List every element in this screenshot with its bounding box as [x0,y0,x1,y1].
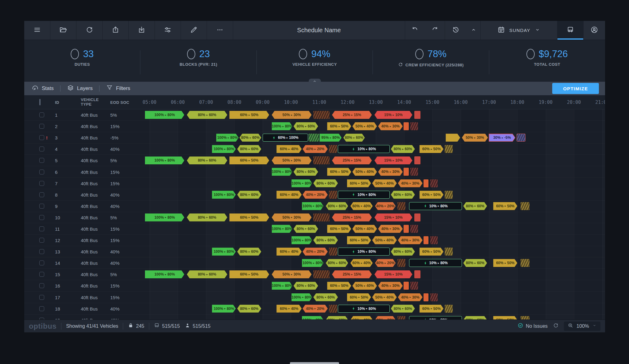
idle-hatch-bar[interactable] [329,248,337,256]
trip-bar[interactable]: 50%▸30% [462,134,488,142]
row-checkbox[interactable] [39,135,44,140]
trip-bar[interactable]: 40%▸30% [398,179,423,187]
gap-block[interactable] [424,293,429,301]
import-button[interactable] [129,21,155,40]
row-checkbox[interactable] [39,112,44,117]
trip-bar[interactable]: 100%▸80% [216,134,239,142]
negative-soc-bar[interactable]: 30%▸-5% [489,134,515,142]
trip-bar[interactable]: 50%▸30% [272,270,312,278]
idle-hatch-bar[interactable] [521,316,529,319]
trip-bar[interactable]: 80%▸60% [237,248,261,256]
row-checkbox[interactable] [39,192,44,197]
stats-panel-button[interactable]: Stats [32,84,54,93]
trip-bar[interactable]: 60%▸50% [229,156,269,164]
trip-bar[interactable]: 60%▸40% [276,145,302,153]
trip-bar[interactable]: 60%▸50% [493,202,517,210]
trip-bar[interactable]: 80%▸60% [391,248,415,256]
idle-hatch-bar[interactable] [517,134,525,142]
row-checkbox[interactable] [39,318,44,319]
trip-bar[interactable]: 50%▸30% [272,111,312,119]
idle-hatch-bar[interactable] [329,145,337,153]
idle-hatch-bar[interactable] [329,305,337,313]
trip-bar[interactable]: 60%▸40% [350,202,373,210]
open-schedule-button[interactable] [50,21,76,40]
trip-bar[interactable]: 80%▸60% [391,191,415,199]
trip-bar[interactable]: 40%▸20% [375,316,396,319]
trip-bar[interactable]: 80%▸60% [237,305,261,313]
trip-bar[interactable]: 100%▸80% [291,179,312,187]
trip-bar[interactable]: 40%▸20% [375,202,396,210]
idle-hatch-bar[interactable] [397,202,406,210]
trip-bar[interactable]: 80%▸60% [187,270,227,278]
trip-bar[interactable]: 40%▸20% [303,145,328,153]
trip-bar[interactable]: 60%▸40% [350,316,373,319]
trip-bar[interactable]: 25%▸15% [332,270,372,278]
trip-bar[interactable]: 60%▸50% [347,236,371,244]
idle-hatch-bar[interactable] [397,316,406,319]
gap-block[interactable] [414,111,420,119]
row-checkbox[interactable] [39,147,44,151]
trip-bar[interactable]: 60%▸50% [327,122,351,130]
row-checkbox[interactable] [39,181,44,186]
trip-bar[interactable]: 100%▸80% [291,293,312,301]
idle-hatch-bar[interactable] [313,213,330,221]
trip-bar[interactable]: 80%▸60% [187,111,227,119]
charging-bar[interactable]: 10%▸80% [409,316,462,319]
trip-bar[interactable]: 80%▸60% [187,213,227,221]
trip-bar[interactable]: 25%▸15% [332,156,372,164]
trip-bar[interactable]: 80%▸60% [294,122,318,130]
stat-crew-efficiency[interactable]: 78% CREW EFFICIENCY (225/288) [373,49,489,82]
trip-bar[interactable]: 50%▸40% [352,225,377,233]
row-checkbox[interactable] [39,272,44,277]
trip-bar[interactable]: 100%▸80% [145,270,184,278]
trip-bar[interactable]: 80%▸60% [240,134,261,142]
trip-bar[interactable]: 60%▸50% [420,191,443,199]
trip-bar[interactable]: 50%▸40% [352,282,377,290]
trip-bar[interactable]: 100%▸80% [212,145,236,153]
trip-bar[interactable]: 40%▸20% [303,191,328,199]
trip-bar[interactable]: 60%▸50% [347,293,371,301]
idle-hatch-bar[interactable] [521,202,529,210]
trip-bar[interactable]: 80%▸60% [237,145,261,153]
trip-bar[interactable]: 100%▸80% [302,202,323,210]
trip-bar[interactable]: 60%▸40% [276,305,302,313]
settings-button[interactable] [155,21,181,40]
trip-bar[interactable]: 40%▸30% [378,122,403,130]
gap-block[interactable] [414,156,420,164]
trip-bar[interactable]: 60%▸40% [350,259,373,267]
trip-bar[interactable]: 95%▸80% [319,134,342,142]
trip-bar[interactable]: 80%▸60% [294,282,318,290]
row-checkbox[interactable] [39,283,44,288]
trip-bar[interactable]: 15%▸10% [374,213,412,221]
trip-bar[interactable]: 60%▸50% [229,213,269,221]
idle-hatch-bar[interactable] [313,270,330,278]
trip-bar[interactable]: 25%▸15% [332,111,372,119]
stat-total-cost[interactable]: $9,726 TOTAL COST [489,49,605,82]
idle-hatch-bar[interactable] [410,225,418,233]
trip-bar[interactable]: 40%▸30% [398,293,423,301]
history-expand-button[interactable] [467,21,481,40]
trip-bar[interactable]: 80%▸60% [313,293,338,301]
charging-bar[interactable]: 10%▸80% [338,145,390,153]
row-checkbox[interactable] [39,170,44,174]
idle-hatch-bar[interactable] [397,259,406,267]
account-button[interactable] [584,21,605,40]
trip-bar[interactable]: 80%▸60% [463,259,487,267]
idle-hatch-bar[interactable] [445,145,453,153]
trip-bar[interactable]: 40%▸20% [375,259,396,267]
stat-vehicle-efficiency[interactable]: 94% VEHICLE EFFICIENCY [257,49,373,82]
trip-bar[interactable]: 100%▸80% [272,122,292,130]
trip-bar[interactable]: 15%▸10% [374,111,412,119]
charging-bar[interactable]: 10%▸80% [338,248,390,256]
trip-bar[interactable]: 40%▸20% [303,305,328,313]
trip-bar[interactable]: 80%▸60% [294,168,318,176]
trip-bar[interactable]: 60%▸50% [420,305,443,313]
trip-bar[interactable]: 50%▸30% [272,213,312,221]
trip-bar[interactable]: 100%▸80% [302,316,323,319]
trip-bar[interactable]: 40%▸30% [378,225,403,233]
idle-hatch-bar[interactable] [430,236,438,244]
menu-button[interactable] [24,21,50,40]
idle-hatch-bar[interactable] [309,134,318,142]
trip-bar[interactable]: 80%▸60% [326,316,348,319]
edit-button[interactable] [181,21,207,40]
